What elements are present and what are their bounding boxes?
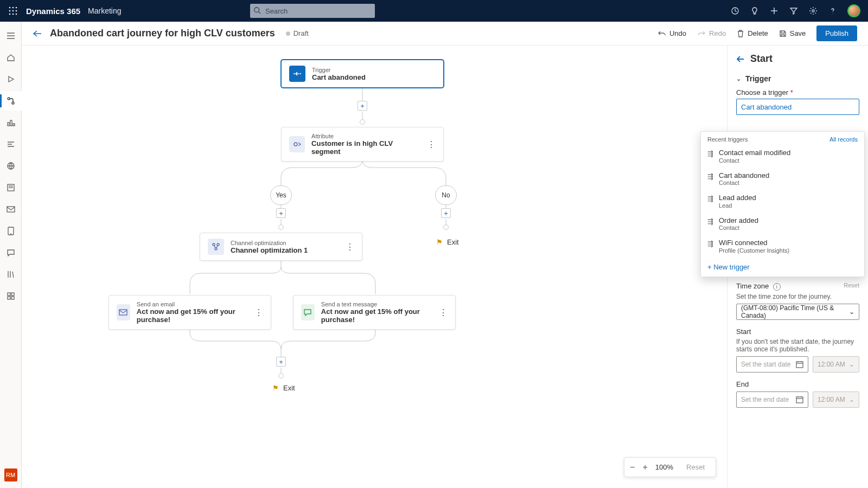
rail-journey-icon[interactable]	[0, 91, 22, 111]
node-value: Act now and get 15% off your purchase!	[137, 307, 248, 324]
rail-mail-icon[interactable]	[0, 200, 22, 219]
save-label: Save	[790, 29, 806, 37]
timezone-select[interactable]: (GMT-08:00) Pacific Time (US & Canada) ⌄	[736, 304, 859, 320]
flyout-item[interactable]: ⇶ Contact email modifiedContact	[701, 145, 864, 168]
flyout-all-records-link[interactable]: All records	[829, 136, 858, 143]
flyout-item-title: WiFi connected	[719, 239, 789, 247]
flyout-item-sub: Profile (Customer Insights)	[719, 247, 789, 254]
rail-phone-icon[interactable]	[0, 221, 22, 241]
node-value: Cart abandoned	[312, 73, 366, 81]
svg-point-14	[812, 10, 814, 12]
node-more-icon[interactable]: ⋮	[248, 307, 263, 318]
flyout-item-title: Cart abandoned	[719, 171, 769, 180]
publish-button[interactable]: Publish	[816, 25, 857, 41]
status-dot	[286, 31, 290, 36]
svg-rect-22	[13, 124, 15, 126]
start-time-select[interactable]: 12:00 AM ⌄	[813, 356, 859, 373]
node-channel-optimization[interactable]: Channel optimization Channel optimizatio…	[200, 233, 362, 261]
help-icon[interactable]	[828, 6, 838, 16]
rail-form-icon[interactable]	[0, 178, 22, 197]
timezone-reset-link[interactable]: Reset	[844, 282, 859, 288]
flyout-item[interactable]: ⇶ WiFi connectedProfile (Customer Insigh…	[701, 235, 864, 258]
svg-rect-27	[7, 207, 15, 212]
filter-icon[interactable]	[789, 6, 799, 16]
branch-yes[interactable]: Yes	[270, 185, 292, 205]
page-header: Abandoned cart journey for high CLV cust…	[22, 22, 868, 46]
rail-chat-icon[interactable]	[0, 243, 22, 262]
brand-label[interactable]: Dynamics 365	[26, 7, 80, 16]
undo-button[interactable]: Undo	[658, 29, 686, 37]
trigger-item-icon: ⇶	[707, 150, 713, 158]
svg-point-3	[9, 10, 11, 12]
end-date-input[interactable]: Set the end date	[736, 391, 808, 408]
exit-label: Exit	[283, 384, 295, 392]
chevron-down-icon: ⌄	[849, 396, 854, 403]
add-step-button[interactable]: +	[276, 208, 286, 218]
exit-node[interactable]: ⚑ Exit	[436, 238, 459, 246]
node-more-icon[interactable]: ⋮	[432, 307, 448, 318]
end-time-select[interactable]: 12:00 AM ⌄	[813, 391, 859, 408]
rail-play-icon[interactable]	[0, 69, 22, 89]
channel-opt-icon	[208, 239, 224, 255]
new-trigger-link[interactable]: + New trigger	[701, 258, 864, 277]
trigger-input[interactable]	[736, 99, 859, 115]
node-sms[interactable]: Send a text message Act now and get 15% …	[293, 295, 456, 330]
delete-button[interactable]: Delete	[737, 29, 768, 38]
plus-icon[interactable]	[769, 6, 779, 16]
save-button[interactable]: Save	[779, 29, 806, 37]
rail-hamburger-icon[interactable]	[0, 26, 22, 46]
rail-flow-icon[interactable]	[0, 134, 22, 154]
zoom-out-button[interactable]: −	[630, 463, 635, 472]
end-date-placeholder: Set the end date	[741, 396, 789, 403]
exit-node[interactable]: ⚑ Exit	[272, 384, 295, 392]
rail-analytics-icon[interactable]	[0, 113, 22, 132]
flyout-header-label: Recent triggers	[707, 136, 748, 143]
info-icon[interactable]: i	[773, 283, 781, 291]
zoom-in-button[interactable]: +	[642, 463, 647, 472]
zoom-controls: − + 100% Reset	[624, 457, 716, 477]
node-trigger[interactable]: Trigger Cart abandoned	[281, 60, 444, 88]
zoom-reset-button[interactable]: Reset	[681, 461, 710, 473]
gear-icon[interactable]	[808, 6, 818, 16]
flyout-item[interactable]: ⇶ Lead addedLead	[701, 190, 864, 213]
svg-point-7	[12, 14, 14, 15]
add-step-button[interactable]: +	[441, 208, 451, 218]
global-nav: Dynamics 365 Marketing	[0, 0, 868, 22]
status-badge: Draft	[293, 29, 309, 37]
svg-point-48	[213, 243, 215, 246]
start-date-input[interactable]: Set the start date	[736, 356, 808, 373]
rail-home-icon[interactable]	[0, 48, 22, 67]
rail-library-icon[interactable]	[0, 265, 22, 284]
panel-back-icon[interactable]	[736, 56, 745, 62]
start-date-placeholder: Set the start date	[741, 361, 790, 368]
node-attribute[interactable]: Attribute Customer is in high CLV segmen…	[281, 127, 444, 162]
lightbulb-icon[interactable]	[750, 6, 760, 16]
add-step-button[interactable]: +	[276, 357, 286, 367]
trigger-icon	[289, 66, 305, 82]
node-email[interactable]: Send an email Act now and get 15% off yo…	[108, 295, 271, 330]
avatar[interactable]	[847, 4, 860, 17]
add-step-button[interactable]: +	[358, 101, 367, 111]
sms-icon	[301, 304, 315, 320]
journey-canvas[interactable]: Trigger Cart abandoned + Attribute Custo…	[22, 46, 727, 488]
node-more-icon[interactable]: ⋮	[339, 242, 354, 252]
redo-button[interactable]: Redo	[697, 29, 726, 37]
back-icon[interactable]	[33, 30, 42, 37]
flyout-item[interactable]: ⇶ Order addedContact	[701, 213, 864, 235]
search-input[interactable]	[250, 4, 375, 18]
exit-label: Exit	[447, 238, 459, 246]
app-launcher-icon[interactable]	[4, 2, 22, 20]
node-label: Send a text message	[321, 301, 432, 307]
rail-globe-icon[interactable]	[0, 156, 22, 176]
section-trigger[interactable]: ⌄ Trigger	[736, 74, 859, 83]
branch-no[interactable]: No	[435, 185, 457, 205]
module-label[interactable]: Marketing	[88, 7, 121, 15]
delete-label: Delete	[748, 29, 768, 37]
chevron-down-icon: ⌄	[736, 75, 741, 82]
trigger-dropdown: Recent triggers All records ⇶ Contact em…	[700, 131, 865, 277]
persona-badge[interactable]: RM	[4, 468, 17, 481]
timer-icon[interactable]	[730, 6, 740, 16]
rail-dashboard-icon[interactable]	[0, 286, 22, 306]
node-more-icon[interactable]: ⋮	[420, 139, 436, 150]
flyout-item[interactable]: ⇶ Cart abandonedContact	[701, 168, 864, 190]
